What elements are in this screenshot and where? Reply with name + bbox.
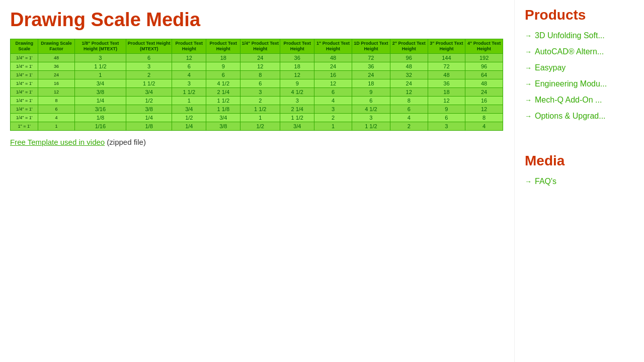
table-row: 1/4" = 1'163/41 1/234 1/2691218243648 [11,79,503,87]
col-header-8: 1D Product Text Height [352,39,390,54]
table-row: 1/4" = 1'81/41/211 1/2234681216 [11,96,503,105]
col-header-9: 2" Product Text Height [390,39,428,54]
table-cell-r7-c12: 8 [465,113,503,122]
table-cell-r3-c0: 1/4" = 1' [11,79,38,87]
table-cell-r3-c5: 4 1/2 [206,79,240,87]
table-cell-r4-c4: 1 1/2 [172,87,206,96]
table-row: 1/4" = 1'123/83/41 1/22 1/434 1/26912182… [11,87,503,96]
table-cell-r4-c6: 3 [240,87,280,96]
table-cell-r5-c11: 12 [428,96,465,105]
table-cell-r5-c7: 3 [280,96,314,105]
table-cell-r6-c12: 12 [465,105,503,113]
table-cell-r5-c8: 4 [314,96,352,105]
table-cell-r2-c6: 8 [240,70,280,79]
table-cell-r5-c3: 1/2 [126,96,172,105]
products-section-title: Products [525,7,634,23]
table-cell-r1-c7: 18 [280,62,314,70]
table-cell-r7-c9: 3 [352,113,390,122]
table-cell-r3-c12: 48 [465,79,503,87]
table-cell-r0-c10: 96 [390,53,428,62]
page-title: Drawing Scale Media [10,9,504,31]
table-row: 1" = 1'11/161/81/43/81/23/411 1/2234 [11,122,503,130]
table-cell-r2-c7: 12 [280,70,314,79]
table-cell-r0-c12: 192 [465,53,503,62]
table-cell-r8-c2: 1/16 [74,122,126,130]
table-cell-r5-c1: 8 [38,96,74,105]
table-cell-r0-c8: 48 [314,53,352,62]
table-cell-r1-c0: 1/4" = 1' [11,62,38,70]
table-cell-r0-c11: 144 [428,53,465,62]
table-cell-r5-c2: 1/4 [74,96,126,105]
col-header-1: 1/8" Product Text Height (MTEXT) [74,39,126,54]
sidebar-product-link[interactable]: →Options & Upgrad... [525,112,634,121]
free-template-link[interactable]: Free Template used in video [10,138,105,146]
col-header-5: 1/4" Product Text Height [240,39,280,54]
sidebar-link-label: FAQ's [535,177,556,186]
free-template-suffix: (zipped file) [105,138,146,146]
table-cell-r7-c0: 1/4" = 1' [11,113,38,122]
table-row: 1/4" = 1'483612182436487296144192 [11,53,503,62]
table-cell-r1-c8: 24 [314,62,352,70]
table-cell-r6-c8: 3 [314,105,352,113]
table-cell-r6-c3: 3/8 [126,105,172,113]
table-cell-r7-c8: 2 [314,113,352,122]
col-header-3: Product Text Height [172,39,206,54]
sidebar-product-link[interactable]: →AutoCAD® Altern... [525,47,634,56]
col-header-6: Product Text Height [280,39,314,54]
table-cell-r4-c0: 1/4" = 1' [11,87,38,96]
table-cell-r2-c10: 32 [390,70,428,79]
table-cell-r8-c0: 1" = 1' [11,122,38,130]
sidebar-link-label: 3D Unfolding Soft... [535,31,605,40]
arrow-icon: → [525,177,532,186]
sidebar-product-link[interactable]: →3D Unfolding Soft... [525,31,634,40]
table-cell-r3-c11: 36 [428,79,465,87]
table-cell-r7-c1: 4 [38,113,74,122]
table-cell-r1-c2: 1 1/2 [74,62,126,70]
table-cell-r0-c9: 72 [352,53,390,62]
sidebar-product-link[interactable]: →Engineering Modu... [525,79,634,88]
table-cell-r4-c2: 3/8 [74,87,126,96]
table-cell-r6-c2: 3/16 [74,105,126,113]
table-cell-r1-c5: 9 [206,62,240,70]
table-cell-r3-c2: 3/4 [74,79,126,87]
table-cell-r8-c5: 3/8 [206,122,240,130]
table-cell-r4-c9: 9 [352,87,390,96]
sidebar-media-link[interactable]: →FAQ's [525,177,634,186]
table-cell-r6-c1: 6 [38,105,74,113]
table-cell-r3-c10: 24 [390,79,428,87]
arrow-icon: → [525,48,532,56]
arrow-icon: → [525,32,532,40]
table-cell-r1-c11: 72 [428,62,465,70]
free-template-section: Free Template used in video (zipped file… [10,138,504,146]
col-header-7: 1" Product Text Height [314,39,352,54]
table-cell-r0-c3: 6 [126,53,172,62]
table-cell-r1-c4: 6 [172,62,206,70]
sidebar-product-link[interactable]: →Mech-Q Add-On ... [525,96,634,105]
table-cell-r3-c9: 18 [352,79,390,87]
table-cell-r7-c4: 1/2 [172,113,206,122]
table-cell-r5-c0: 1/4" = 1' [11,96,38,105]
sidebar-product-link[interactable]: →Easypay [525,63,634,72]
table-cell-r7-c3: 1/4 [126,113,172,122]
table-cell-r7-c11: 6 [428,113,465,122]
drawing-scale-table: Drawing Scale Drawing Scale Factor 1/8" … [10,39,503,131]
table-cell-r2-c2: 1 [74,70,126,79]
table-cell-r6-c4: 3/4 [172,105,206,113]
table-cell-r6-c6: 1 1/2 [240,105,280,113]
table-cell-r4-c7: 4 1/2 [280,87,314,96]
table-cell-r0-c2: 3 [74,53,126,62]
sidebar-link-label: Mech-Q Add-On ... [535,96,602,105]
table-cell-r3-c6: 6 [240,79,280,87]
table-row: 1/4" = 1'2412468121624324864 [11,70,503,79]
table-cell-r3-c1: 16 [38,79,74,87]
arrow-icon: → [525,112,532,120]
table-cell-r4-c10: 12 [390,87,428,96]
main-content: Drawing Scale Media Drawing Scale Drawin… [0,0,514,362]
table-cell-r2-c11: 48 [428,70,465,79]
col-header-11: 4" Product Text Height [465,39,503,54]
table-cell-r4-c11: 18 [428,87,465,96]
table-cell-r5-c5: 1 1/2 [206,96,240,105]
table-cell-r8-c1: 1 [38,122,74,130]
table-cell-r8-c7: 3/4 [280,122,314,130]
table-cell-r8-c4: 1/4 [172,122,206,130]
